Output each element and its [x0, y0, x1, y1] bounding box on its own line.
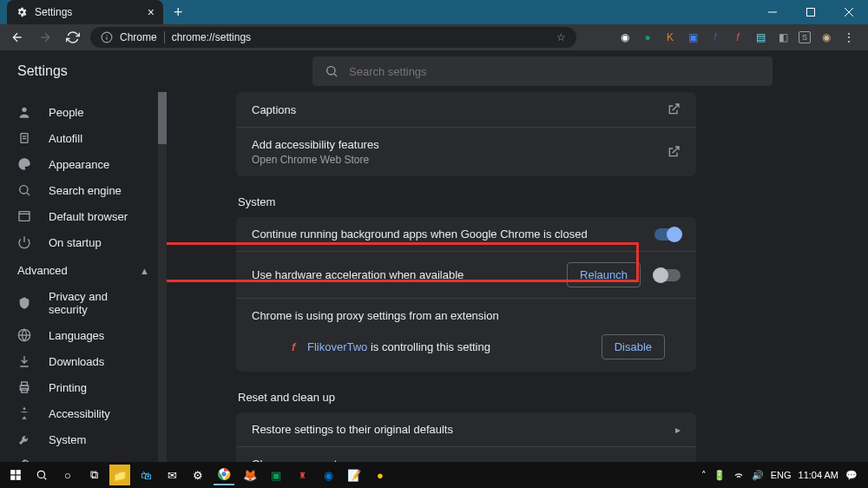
svg-point-23 [23, 407, 26, 410]
taskbar-app-icon[interactable]: ▣ [266, 465, 286, 485]
task-view-icon[interactable]: ⧉ [83, 465, 104, 485]
sidebar-item-people[interactable]: People [0, 99, 167, 125]
sidebar-item-autofill[interactable]: Autofill [0, 125, 167, 151]
wifi-icon[interactable] [733, 469, 745, 481]
sidebar-item-privacy[interactable]: Privacy and security [0, 284, 167, 322]
forward-button[interactable] [35, 27, 56, 48]
browser-icon [17, 209, 33, 223]
add-accessibility-row[interactable]: Add accessibility features Open Chrome W… [236, 127, 696, 176]
sidebar-item-search-engine[interactable]: Search engine [0, 177, 167, 203]
ext-icon[interactable]: ● [641, 30, 654, 44]
sidebar-item-printing[interactable]: Printing [0, 374, 167, 400]
sidebar-item-default-browser[interactable]: Default browser [0, 203, 167, 229]
svg-rect-1 [807, 9, 815, 16]
sidebar-item-languages[interactable]: Languages [0, 322, 167, 348]
ext-icon[interactable]: ▣ [686, 30, 700, 44]
notifications-icon[interactable]: 💬 [845, 470, 858, 481]
omnibox[interactable]: Chrome chrome://settings ☆ [90, 27, 576, 48]
captions-row[interactable]: Captions [236, 92, 696, 127]
taskbar-app-icon[interactable]: 📝 [344, 465, 365, 485]
accessibility-card: Captions Add accessibility features Open… [236, 92, 696, 176]
disable-button[interactable]: Disable [602, 334, 665, 359]
taskbar-chrome-icon[interactable] [214, 465, 234, 485]
svg-rect-25 [16, 470, 21, 474]
chevron-up-icon: ▲ [140, 266, 149, 276]
proxy-row: Chrome is using proxy settings from an e… [236, 298, 696, 372]
sidebar-item-appearance[interactable]: Appearance [0, 151, 167, 177]
background-apps-toggle[interactable] [654, 228, 681, 241]
person-icon [17, 105, 33, 119]
external-link-icon [667, 102, 681, 116]
maximize-button[interactable] [792, 0, 830, 24]
restore-defaults-row[interactable]: Restore settings to their original defau… [236, 412, 696, 446]
window-controls [753, 0, 868, 24]
ext-icon[interactable]: f [708, 30, 722, 44]
minimize-button[interactable] [753, 0, 792, 24]
system-tray: ˄ 🔋 🔊 ENG 11:04 AM 💬 [701, 469, 863, 481]
site-info-icon[interactable] [101, 31, 113, 43]
tray-chevron-icon[interactable]: ˄ [701, 470, 707, 481]
palette-icon [17, 157, 33, 171]
hardware-accel-toggle[interactable] [654, 269, 681, 281]
svg-line-29 [44, 478, 47, 480]
browser-tab[interactable]: Settings × [7, 0, 163, 24]
hardware-accel-row: Use hardware acceleration when available… [236, 251, 696, 298]
taskbar-app-icon[interactable]: ⚙ [187, 465, 208, 485]
bookmark-star-icon[interactable]: ☆ [556, 31, 566, 43]
profile-avatar-icon[interactable]: ◉ [819, 30, 833, 44]
ext-icon[interactable]: ▤ [753, 30, 767, 44]
omnibox-url: chrome://settings [172, 31, 549, 43]
sidebar-item-system[interactable]: System [0, 426, 167, 452]
ext-icon[interactable]: ◧ [776, 30, 790, 44]
svg-rect-21 [22, 382, 28, 386]
settings-search-input[interactable] [349, 65, 760, 78]
close-window-button[interactable] [830, 0, 868, 24]
sidebar-scrollbar-track[interactable] [158, 92, 167, 462]
windows-taskbar: ○ ⧉ 📁 🛍 ✉ ⚙ 🦊 ▣ ♜ ◉ 📝 ● ˄ 🔋 🔊 ENG 11:04 … [0, 462, 868, 488]
new-tab-button[interactable]: + [174, 3, 183, 22]
battery-icon[interactable]: 🔋 [713, 470, 726, 481]
sidebar-scrollbar-thumb[interactable] [158, 92, 167, 144]
accessibility-icon [17, 406, 33, 420]
ext-icon[interactable]: S [799, 31, 811, 43]
cortana-icon[interactable]: ○ [57, 465, 78, 485]
background-apps-row: Continue running background apps when Go… [236, 217, 696, 251]
svg-rect-15 [19, 212, 30, 221]
reset-heading: Reset and clean up [238, 391, 868, 404]
taskbar-app-icon[interactable]: 🦊 [240, 465, 260, 485]
ext-icon[interactable]: K [663, 30, 677, 44]
system-heading: System [238, 195, 868, 208]
relaunch-button[interactable]: Relaunch [567, 262, 641, 287]
volume-icon[interactable]: 🔊 [752, 470, 764, 481]
svg-rect-27 [16, 476, 21, 480]
taskbar-app-icon[interactable]: 🛍 [135, 465, 156, 485]
svg-rect-26 [10, 476, 15, 480]
search-icon [17, 183, 33, 197]
reload-button[interactable] [62, 27, 83, 48]
ext-icon[interactable]: f [731, 30, 745, 44]
extension-icon: f [292, 340, 295, 353]
taskbar-app-icon[interactable]: ◉ [318, 465, 339, 485]
start-button[interactable] [5, 465, 26, 485]
reset-card: Restore settings to their original defau… [236, 412, 696, 462]
sidebar-item-on-startup[interactable]: On startup [0, 229, 167, 255]
close-tab-icon[interactable]: × [148, 5, 155, 19]
cleanup-computer-row[interactable]: Clean up computer ▸ [236, 446, 696, 462]
svg-rect-24 [10, 470, 15, 474]
browser-menu-icon[interactable]: ⋮ [842, 30, 856, 44]
proxy-extension-link[interactable]: FlikoverTwo [307, 340, 367, 353]
taskbar-app-icon[interactable]: 📁 [109, 465, 130, 485]
taskbar-app-icon[interactable]: ♜ [292, 465, 312, 485]
task-search-icon[interactable] [31, 465, 52, 485]
tray-clock[interactable]: 11:04 AM [799, 470, 838, 480]
sidebar-advanced-toggle[interactable]: Advanced▲ [0, 255, 167, 284]
settings-content: Captions Add accessibility features Open… [167, 92, 868, 462]
back-button[interactable] [7, 27, 28, 48]
taskbar-app-icon[interactable]: ✉ [161, 465, 182, 485]
ext-icon[interactable]: ◉ [618, 30, 632, 44]
tray-language[interactable]: ENG [771, 470, 792, 480]
settings-search[interactable] [312, 56, 773, 86]
sidebar-item-downloads[interactable]: Downloads [0, 348, 167, 374]
sidebar-item-accessibility[interactable]: Accessibility [0, 400, 167, 426]
taskbar-app-icon[interactable]: ● [370, 465, 391, 485]
